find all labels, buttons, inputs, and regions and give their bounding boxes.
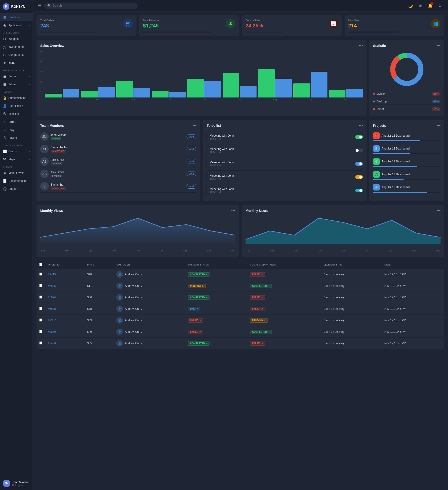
completed-payment-0: FAILED ✕ (247, 269, 321, 280)
sidebar-item-tables[interactable]: ▦ Tables › (0, 80, 33, 88)
stat-icon-0: 🛒 (123, 19, 133, 28)
sales-menu-icon[interactable]: ••• (359, 44, 363, 48)
apps-icon[interactable]: ⊞ (417, 2, 424, 9)
cust-avatar-2: 👤 (116, 294, 123, 301)
add-member-button-3[interactable]: Add (186, 172, 196, 176)
team-members-list: JM John Michael ONLINE Add SI Samantha I… (40, 131, 196, 193)
add-member-button-0[interactable]: Add (186, 134, 196, 139)
completed-payment-4: PENDING ⚠ (247, 315, 321, 326)
todo-menu-icon[interactable]: ••• (359, 123, 363, 128)
member-name-3: Alex Smith (51, 171, 185, 174)
settings-icon[interactable]: ⚙ (437, 2, 443, 9)
sidebar-item-menulevels[interactable]: ≡ Menu Levels › (0, 169, 33, 177)
documentation-label: Documentation (8, 179, 30, 183)
cust-name-5: Andrew Carry (125, 330, 142, 333)
row-checkbox-6[interactable] (39, 341, 42, 344)
row-checkbox-2[interactable] (39, 296, 42, 298)
sidebar-item-errors[interactable]: ⚠ Errors › (0, 118, 33, 126)
sidebar-item-widgets[interactable]: ⊡ Widgets › (0, 35, 33, 43)
th-checkbox (36, 261, 45, 269)
row-checkbox-5[interactable] (39, 330, 42, 333)
stat-bar-0 (40, 32, 133, 32)
delivery-type-5: Cash on delivery (321, 326, 381, 338)
cust-name-6: Andrew Carry (125, 342, 142, 345)
row-checkbox-cell-4 (36, 315, 45, 326)
row-checkbox-3[interactable] (39, 307, 42, 310)
stat-menu-icon[interactable]: ••• (437, 44, 440, 48)
sidebar-item-components[interactable]: ⬡ Components › (0, 51, 33, 59)
project-icon-1: B (373, 145, 380, 152)
todo-item-2: Meeeting with John 10:56 PM (207, 157, 363, 171)
todo-content-4: Meeeting with John 10:56 PM (210, 187, 353, 193)
team-member-1: SI Samantha Ivy IN MEETING Add (40, 143, 196, 155)
th-price: PRICE (84, 261, 114, 269)
todo-toggle-0[interactable] (355, 135, 363, 139)
donut-chart (373, 51, 440, 88)
delivery-type-3: Cash on delivery (321, 303, 381, 315)
bar-group-apr (116, 81, 150, 97)
toggle-thumb-2 (359, 162, 362, 165)
bar-label-may: May (152, 98, 186, 101)
todo-toggle-2[interactable] (355, 162, 363, 166)
mu-menu-icon[interactable]: ••• (437, 209, 440, 213)
chart-label-sep: Sep (412, 250, 416, 252)
widgets-icon: ⊡ (3, 37, 7, 41)
projects-menu-icon[interactable]: ••• (437, 123, 440, 128)
mv-menu-icon[interactable]: ••• (231, 209, 235, 213)
sidebar-item-ecommerce[interactable]: 🛒 eCommerce › (0, 43, 33, 51)
todo-toggle-1[interactable] (355, 149, 363, 152)
todo-list: Meeeting with John 10:56 PM Meeeting wit… (207, 131, 363, 197)
notification-icon[interactable]: 🔔 4 (427, 2, 433, 9)
todo-toggle-3[interactable] (355, 175, 363, 179)
row-checkbox-4[interactable] (39, 318, 42, 322)
progress-bar-0 (373, 140, 440, 141)
sidebar-item-icons[interactable]: ★ Icons › (0, 59, 33, 67)
sidebar-section-label: PAGES (0, 88, 33, 94)
sidebar-item-application[interactable]: ◉ Application › (0, 21, 33, 29)
sidebar-item-maps[interactable]: 🗺 Maps › (0, 155, 33, 163)
table-row-6: #3456 $65 👤 Andrew Carry COMPLETED ✓ FAI… (36, 338, 444, 349)
row-checkbox-0[interactable] (39, 272, 42, 276)
todo-toggle-4[interactable] (355, 189, 363, 192)
bar-group-mar (81, 87, 115, 97)
add-member-button-4[interactable]: Add (186, 184, 196, 189)
search-input[interactable] (53, 4, 134, 7)
add-member-button-1[interactable]: Add (186, 147, 196, 151)
topbar-right: 🌙 ⊞ 🔔 4 ⚙ (407, 2, 443, 9)
price-3: $78 (84, 303, 114, 315)
sidebar-item-faq[interactable]: ? FAQ (0, 126, 33, 134)
chart-label-jun: Jun (342, 250, 345, 252)
sidebar-item-pricing[interactable]: 💲 Pricing (0, 134, 33, 142)
bar-group-feb (45, 89, 79, 97)
payment-status-5: FAILED ✕ (185, 326, 247, 338)
project-top-3: 🎵 Angular 12 Dashboard (373, 171, 440, 178)
price-4: $69 (84, 315, 114, 326)
user-name: Jhon Maxwell (12, 481, 29, 484)
logo-icon: R (3, 3, 9, 10)
member-name-1: Samantha Ivy (51, 146, 185, 149)
legend-dot-2 (373, 108, 375, 110)
team-menu-icon[interactable]: ••• (192, 123, 196, 128)
todo-title-2: Meeeting with John (210, 161, 353, 164)
sidebar-item-documentation[interactable]: 📄 Documentation (0, 177, 33, 185)
stat-value-2: 24.25% (245, 23, 338, 29)
sidebar-item-userprofile[interactable]: 👤 User Profile (0, 102, 33, 110)
menu-toggle-icon[interactable]: ☰ (37, 3, 41, 8)
sidebar-item-authentication[interactable]: 🔒 Authentication › (0, 94, 33, 102)
sidebar-item-support[interactable]: 🎧 Support (0, 185, 33, 193)
date-3: Nov 12,10:45 PM (381, 303, 444, 315)
customer-cell-0: 👤 Andrew Carry (114, 269, 185, 280)
sidebar-item-timeline[interactable]: ⏱ Timeline (0, 110, 33, 118)
sidebar-item-forms[interactable]: ☰ Forms › (0, 72, 33, 80)
row-checkbox-1[interactable] (39, 284, 42, 287)
sidebar-item-charts[interactable]: 📊 Charts › (0, 147, 33, 155)
add-member-button-2[interactable]: Add (186, 159, 196, 164)
theme-toggle-icon[interactable]: 🌙 (407, 2, 414, 9)
sidebar-item-dashboard[interactable]: ⊞ Dashboard (0, 13, 33, 21)
member-avatar-2: AS (40, 157, 49, 166)
support-label: Support (8, 187, 30, 191)
toggle-thumb-1 (356, 149, 359, 152)
stats-row: Total Orders 248 🛒 Total Revenue $1,245 … (36, 15, 444, 36)
order-id-5: #9870 (45, 326, 84, 338)
select-all-checkbox[interactable] (39, 263, 42, 266)
